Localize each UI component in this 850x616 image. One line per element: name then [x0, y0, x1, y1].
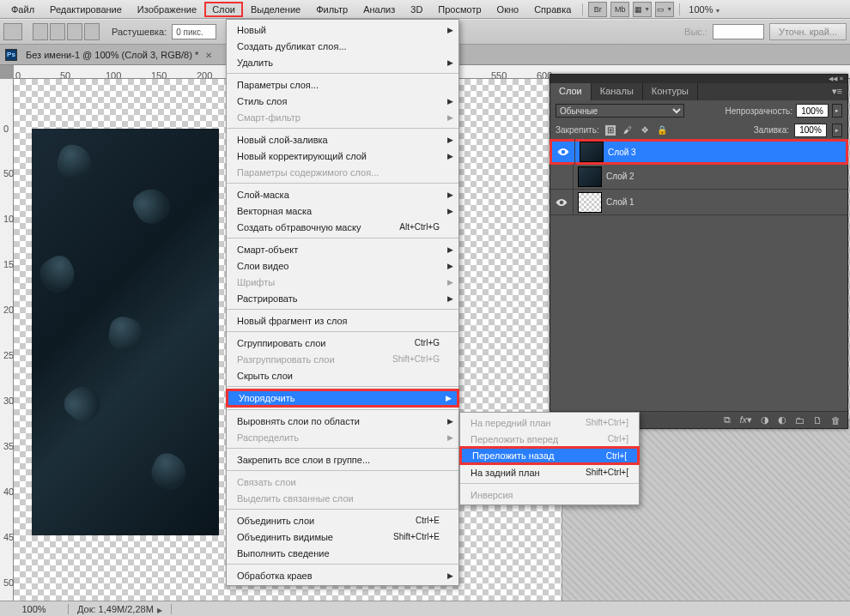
- opacity-label: Непрозрачность:: [725, 106, 792, 116]
- refine-edge-button[interactable]: Уточн. край...: [769, 23, 847, 40]
- blend-mode-select[interactable]: Обычные: [556, 104, 684, 118]
- lock-all-icon[interactable]: 🔒: [656, 124, 668, 136]
- menu-layers[interactable]: Слои: [204, 2, 243, 17]
- link-layers-icon[interactable]: ⧉: [724, 414, 731, 426]
- panel-tab-paths[interactable]: Контуры: [643, 83, 698, 100]
- document-tab[interactable]: Без имени-1 @ 100% (Слой 3, RGB/8) *✕: [21, 50, 217, 60]
- layer-row[interactable]: Слой 1: [550, 190, 847, 215]
- menu-item[interactable]: Создать дубликат слоя...: [227, 38, 458, 54]
- menu-analysis[interactable]: Анализ: [355, 2, 403, 17]
- panel-tab-channels[interactable]: Каналы: [592, 83, 643, 100]
- selection-mode-sub[interactable]: [67, 23, 82, 40]
- selection-mode-add[interactable]: [50, 23, 65, 40]
- zoom-level[interactable]: 100%▼: [683, 4, 726, 15]
- layer-name[interactable]: Слой 2: [606, 172, 634, 181]
- menu-3d[interactable]: 3D: [403, 2, 430, 17]
- lock-pixels-icon[interactable]: 🖌: [622, 124, 634, 136]
- menu-item[interactable]: Упорядочить▶: [226, 389, 459, 408]
- arrange-submenu: На передний планShift+Ctrl+]Переложить в…: [459, 412, 640, 505]
- menu-item[interactable]: Объединить слоиCtrl+E: [227, 512, 458, 528]
- menu-window[interactable]: Окно: [489, 2, 527, 17]
- lock-transparency-icon[interactable]: ⊞: [604, 124, 616, 136]
- status-zoom[interactable]: 100%: [0, 604, 69, 614]
- menu-filter[interactable]: Фильтр: [308, 2, 355, 17]
- new-layer-icon[interactable]: 🗋: [813, 415, 823, 426]
- layers-panel: ◀◀ ✕ Слои Каналы Контуры ▾≡ Обычные Непр…: [549, 74, 848, 429]
- new-group-icon[interactable]: 🗀: [795, 415, 804, 426]
- view-extras-icon[interactable]: ▭▼: [655, 2, 674, 17]
- screen-mode-icon[interactable]: ▦▼: [633, 2, 652, 17]
- menu-item[interactable]: Новый фрагмент из слоя: [227, 312, 458, 329]
- height-input: [713, 24, 764, 39]
- menu-item[interactable]: Параметры слоя...: [227, 76, 458, 93]
- submenu-item[interactable]: Переложить назадCtrl+[: [459, 446, 640, 465]
- menu-help[interactable]: Справка: [526, 2, 579, 17]
- menu-view[interactable]: Просмотр: [430, 2, 489, 17]
- opacity-input[interactable]: 100%: [796, 104, 829, 118]
- menu-bar: Файл Редактирование Изображение Слои Выд…: [0, 0, 850, 19]
- panel-titlebar[interactable]: ◀◀ ✕: [550, 75, 847, 83]
- menu-item: Смарт-фильтр▶: [227, 109, 458, 125]
- layer-name[interactable]: Слой 1: [606, 197, 634, 207]
- layer-name[interactable]: Слой 3: [608, 148, 636, 157]
- menu-select[interactable]: Выделение: [243, 2, 308, 17]
- layer-row[interactable]: Слой 3: [549, 139, 848, 165]
- menu-item[interactable]: Закрепить все слои в группе...: [227, 451, 458, 468]
- selection-mode-new[interactable]: [33, 23, 48, 40]
- bridge-icon[interactable]: Br: [588, 2, 607, 17]
- menu-item[interactable]: Скрыть слои: [227, 367, 458, 383]
- canvas-image: [32, 129, 219, 535]
- menu-item[interactable]: Новый слой-заливка▶: [227, 131, 458, 148]
- menu-item[interactable]: Векторная маска▶: [227, 202, 458, 219]
- menu-edit[interactable]: Редактирование: [42, 2, 130, 17]
- status-docsize[interactable]: Док: 1,49M/2,28M▶: [69, 604, 172, 614]
- menu-item[interactable]: Растрировать▶: [227, 290, 458, 306]
- mini-bridge-icon[interactable]: Mb: [610, 2, 629, 17]
- opacity-arrow-icon[interactable]: ▸: [832, 104, 842, 118]
- menu-item[interactable]: Выровнять слои по области▶: [227, 413, 458, 429]
- layer-thumbnail[interactable]: [578, 192, 602, 213]
- submenu-item[interactable]: На задний планShift+Ctrl+[: [460, 464, 639, 480]
- menu-item[interactable]: Выполнить сведение: [227, 545, 458, 561]
- menu-item[interactable]: Создать обтравочную маскуAlt+Ctrl+G: [227, 219, 458, 235]
- layer-mask-icon[interactable]: ◑: [761, 414, 769, 426]
- fill-label: Заливка:: [754, 125, 789, 135]
- menu-file[interactable]: Файл: [3, 2, 42, 17]
- menu-item[interactable]: Новый корректирующий слой▶: [227, 148, 458, 164]
- layer-row[interactable]: Слой 2: [550, 164, 847, 190]
- lock-move-icon[interactable]: ✥: [639, 124, 651, 136]
- layer-visibility-icon[interactable]: [552, 146, 574, 158]
- menu-image[interactable]: Изображение: [130, 2, 204, 17]
- feather-input[interactable]: 0 пикс.: [172, 24, 216, 39]
- fill-arrow-icon[interactable]: ▸: [832, 124, 842, 137]
- layer-list: Слой 3Слой 2Слой 1: [550, 139, 847, 215]
- close-tab-icon[interactable]: ✕: [205, 51, 212, 60]
- menu-item[interactable]: Новый▶: [227, 21, 458, 38]
- submenu-item: На передний планShift+Ctrl+]: [460, 414, 639, 431]
- menu-item[interactable]: Обработка краев▶: [227, 567, 458, 583]
- layer-fx-icon[interactable]: fx▾: [739, 414, 752, 426]
- menu-item[interactable]: Смарт-объект▶: [227, 241, 458, 257]
- layer-thumbnail[interactable]: [580, 142, 604, 162]
- layers-menu: Новый▶Создать дубликат слоя...Удалить▶Па…: [226, 19, 459, 586]
- menu-item[interactable]: Стиль слоя▶: [227, 93, 458, 109]
- status-bar: 100% Док: 1,49M/2,28M▶: [0, 601, 850, 616]
- selection-mode-int[interactable]: [84, 23, 100, 40]
- panel-menu-icon[interactable]: ▾≡: [827, 83, 847, 100]
- menu-item[interactable]: Слои видео▶: [227, 257, 458, 274]
- app-icon: Ps: [5, 49, 17, 61]
- height-label: Выс.:: [684, 27, 707, 37]
- menu-item[interactable]: Слой-маска▶: [227, 186, 458, 202]
- menu-item[interactable]: Сгруппировать слоиCtrl+G: [227, 335, 458, 351]
- delete-layer-icon[interactable]: 🗑: [831, 415, 841, 426]
- menu-item: Распределить▶: [227, 429, 458, 445]
- adjustment-layer-icon[interactable]: ◐: [778, 414, 786, 426]
- menu-item: Параметры содержимого слоя...: [227, 164, 458, 180]
- panel-tab-layers[interactable]: Слои: [550, 83, 592, 100]
- layer-visibility-icon[interactable]: [550, 196, 573, 208]
- current-tool-icon[interactable]: [3, 23, 22, 40]
- layer-thumbnail[interactable]: [578, 166, 602, 187]
- menu-item[interactable]: Объединить видимыеShift+Ctrl+E: [227, 528, 458, 545]
- fill-input[interactable]: 100%: [794, 124, 827, 137]
- menu-item[interactable]: Удалить▶: [227, 54, 458, 70]
